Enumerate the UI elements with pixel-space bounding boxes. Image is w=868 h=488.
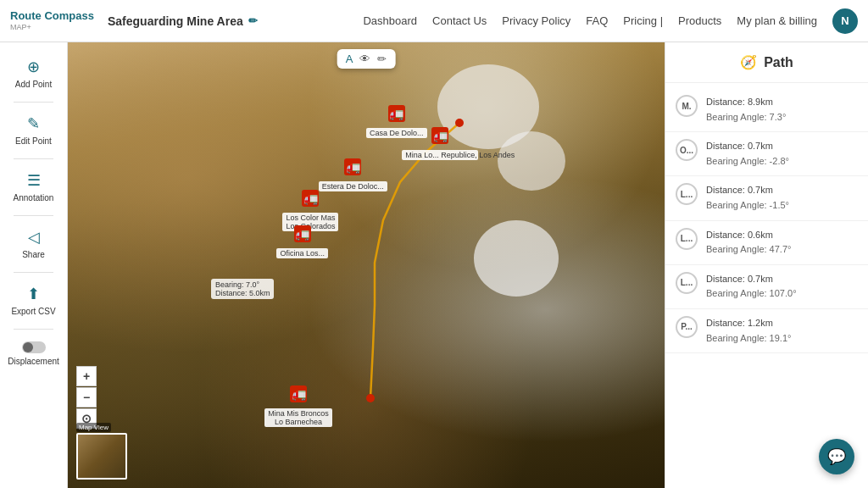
right-panel: 🧭 Path M. Distance: 8.9km Bearing Angle:… xyxy=(665,42,868,488)
path-node-3: L... xyxy=(676,228,698,250)
export-icon: ⬆ xyxy=(27,285,40,303)
map-area[interactable]: A 👁 ✏ 🚛 Casa De Dolo... 🚛 Mina Lo... Rep… xyxy=(68,42,665,488)
minimap-label: Map View xyxy=(76,423,111,432)
marker-icon-5: 🚛 xyxy=(294,225,311,242)
header-nav: Dashboard Contact Us Privacy Policy FAQ … xyxy=(363,8,858,34)
displacement-toggle-knob xyxy=(23,342,33,352)
marker-label-2: Mina Lo... Republice, Los Andes xyxy=(402,150,478,160)
minimap[interactable] xyxy=(76,433,127,480)
nav-contact[interactable]: Contact Us xyxy=(432,14,487,27)
annotation-label: Annotation xyxy=(14,193,54,203)
nav-products[interactable]: Products xyxy=(678,14,721,27)
marker-oficina-los[interactable]: 🚛 Oficina Los... xyxy=(276,225,328,258)
share-icon: ◁ xyxy=(28,228,40,247)
svg-point-1 xyxy=(366,394,375,402)
export-label: Export CSV xyxy=(11,307,55,317)
path-details-3: Distance: 0.6km Bearing Angle: 47.7° xyxy=(706,228,791,258)
edit-point-label: Edit Point xyxy=(15,136,52,147)
path-item-2: L... Distance: 0.7km Bearing Angle: -1.5… xyxy=(665,176,868,220)
marker-label-5: Oficina Los... xyxy=(276,248,328,258)
path-item-4: L... Distance: 0.7km Bearing Angle: 107.… xyxy=(665,265,868,309)
chat-fab-button[interactable]: 💬 xyxy=(819,439,854,474)
page-title-text: Safeguarding Mine Area xyxy=(108,14,243,28)
annotation-toolbar: A 👁 ✏ xyxy=(337,49,396,69)
path-bearing-0: Bearing Angle: 7.3° xyxy=(706,110,786,125)
path-node-5: P... xyxy=(676,316,698,338)
marker-mina-broncos[interactable]: 🚛 Mina Mis BroncosLo Barnechea xyxy=(264,385,332,427)
left-toolbar: ⊕ Add Point ✎ Edit Point ☰ Annotation ◁ … xyxy=(0,42,68,488)
displacement-button[interactable]: Displacement xyxy=(4,335,64,374)
add-point-icon: ⊕ xyxy=(27,58,40,76)
zoom-in-button[interactable]: + xyxy=(76,366,97,386)
edit-point-button[interactable]: ✎ Edit Point xyxy=(4,108,64,153)
annotation-eye-btn[interactable]: 👁 xyxy=(359,53,370,65)
marker-label-6: Mina Mis BroncosLo Barnechea xyxy=(264,408,332,427)
displacement-toggle-switch[interactable] xyxy=(22,341,46,353)
annotation-button[interactable]: ☰ Annotation xyxy=(4,164,64,210)
displacement-toggle xyxy=(22,341,46,353)
path-details-5: Distance: 1.2km Bearing Angle: 19.1° xyxy=(706,316,791,346)
share-label: Share xyxy=(22,250,45,260)
nav-billing[interactable]: My plan & billing xyxy=(737,14,817,27)
path-details-1: Distance: 0.7km Bearing Angle: -2.8° xyxy=(706,139,789,169)
path-distance-2: Distance: 0.7km xyxy=(706,183,789,198)
edit-title-icon[interactable]: ✏ xyxy=(248,14,258,27)
marker-icon-1: 🚛 xyxy=(388,105,405,122)
path-bearing-3: Bearing Angle: 47.7° xyxy=(706,242,791,258)
annotation-icon: ☰ xyxy=(27,171,41,190)
path-list: M. Distance: 8.9km Bearing Angle: 7.3° O… xyxy=(665,83,868,488)
logo-text: Route Compass xyxy=(10,10,94,22)
toolbar-divider-2 xyxy=(14,158,53,159)
add-point-button[interactable]: ⊕ Add Point xyxy=(4,51,64,97)
annotation-pencil-btn[interactable]: ✏ xyxy=(377,53,387,65)
toolbar-divider-5 xyxy=(14,329,53,330)
nav-dashboard[interactable]: Dashboard xyxy=(363,14,417,27)
path-bearing-4: Bearing Angle: 107.0° xyxy=(706,286,797,302)
toolbar-divider-3 xyxy=(14,215,53,216)
nav-faq[interactable]: FAQ xyxy=(586,14,608,27)
path-distance-3: Distance: 0.6km xyxy=(706,228,791,243)
path-node-1: O... xyxy=(676,139,698,161)
share-button[interactable]: ◁ Share xyxy=(4,221,64,267)
path-node-2: L... xyxy=(676,183,698,205)
page-title: Safeguarding Mine Area ✏ xyxy=(108,14,258,28)
marker-icon-4: 🚛 xyxy=(302,190,319,207)
nav-privacy[interactable]: Privacy Policy xyxy=(502,14,570,27)
path-bearing-2: Bearing Angle: -1.5° xyxy=(706,198,789,214)
marker-icon-2: 🚛 xyxy=(431,127,448,144)
path-details-0: Distance: 8.9km Bearing Angle: 7.3° xyxy=(706,95,786,125)
marker-estera[interactable]: 🚛 Estera De Doloc... xyxy=(319,158,387,191)
map-bearing-label: Bearing: 7.0° Distance: 5.0km xyxy=(211,279,275,299)
add-point-label: Add Point xyxy=(15,80,52,90)
annotation-text-btn[interactable]: A xyxy=(346,53,353,65)
path-distance-0: Distance: 8.9km xyxy=(706,95,786,110)
logo: Route Compass MAP+ xyxy=(10,10,94,30)
path-distance-1: Distance: 0.7km xyxy=(706,139,789,154)
path-panel-header: 🧭 Path xyxy=(665,42,868,83)
export-csv-button[interactable]: ⬆ Export CSV xyxy=(4,278,64,324)
logo-subtext: MAP+ xyxy=(10,23,94,31)
toolbar-divider-4 xyxy=(14,272,53,273)
path-header-icon: 🧭 xyxy=(740,54,757,70)
toolbar-divider-1 xyxy=(14,102,53,103)
path-bearing-5: Bearing Angle: 19.1° xyxy=(706,331,791,347)
marker-icon-6: 🚛 xyxy=(290,385,307,402)
path-distance-5: Distance: 1.2km xyxy=(706,316,791,331)
path-item-5: P... Distance: 1.2km Bearing Angle: 19.1… xyxy=(665,309,868,353)
path-item-1: O... Distance: 0.7km Bearing Angle: -2.8… xyxy=(665,132,868,176)
zoom-controls: + − ⊙ xyxy=(76,366,97,429)
path-node-0: M. xyxy=(676,95,698,117)
marker-icon-3: 🚛 xyxy=(344,158,361,175)
zoom-out-button[interactable]: − xyxy=(76,387,97,408)
user-avatar[interactable]: N xyxy=(832,8,858,34)
path-node-4: L... xyxy=(676,272,698,294)
path-details-2: Distance: 0.7km Bearing Angle: -1.5° xyxy=(706,183,789,213)
nav-pricing[interactable]: Pricing | xyxy=(623,14,663,27)
edit-point-icon: ✎ xyxy=(27,114,40,133)
path-bearing-1: Bearing Angle: -2.8° xyxy=(706,154,789,169)
main-content: ⊕ Add Point ✎ Edit Point ☰ Annotation ◁ … xyxy=(0,42,868,488)
path-item-3: L... Distance: 0.6km Bearing Angle: 47.7… xyxy=(665,221,868,265)
svg-point-0 xyxy=(455,119,464,127)
header: Route Compass MAP+ Safeguarding Mine Are… xyxy=(0,0,868,42)
marker-mina-lo[interactable]: 🚛 Mina Lo... Republice, Los Andes xyxy=(402,127,478,160)
